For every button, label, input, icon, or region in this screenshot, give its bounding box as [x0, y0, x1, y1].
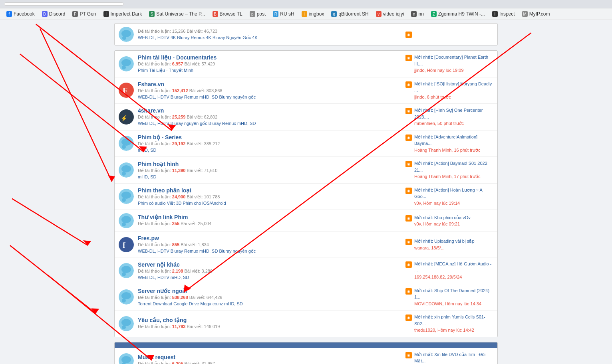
rss-icon-servernuoc: ◉ — [405, 288, 412, 295]
bookmark-imgbox[interactable]: iimgbox — [298, 10, 328, 18]
tag-webdl4k[interactable]: WEB-DL, HDTV 4K — [138, 35, 176, 40]
forum-stats-servernoi: Đề tài thảo luận: 2,198 Bài viết: 3,280 — [138, 269, 401, 274]
bookmark-nn[interactable]: nnn — [408, 10, 427, 18]
forum-stats-music_request: Đề tài thảo luận: 6,205 Bài viết: 31,957 — [138, 361, 401, 364]
bookmark-browse[interactable]: BBrowse TL — [209, 10, 246, 18]
forum-latest-4share: ◉ Mới nhất: [Hình Sự] One Percenter 2023… — [405, 107, 493, 127]
tag-fshare[interactable]: Bluray nguyên gốc — [219, 95, 256, 100]
bookmark-icon-browse: B — [213, 11, 218, 17]
bookmark-post[interactable]: ppost — [246, 10, 269, 18]
tag-4share[interactable]: WEB-DL, HDTV — [138, 121, 169, 126]
latest-link-yeucau[interactable]: Mới nhất: xin phim Yumis Cells S01-S02..… — [414, 315, 485, 326]
bookmark-discord[interactable]: DDiscord — [39, 10, 69, 18]
tag-fshare[interactable]: Bluray Remux — [171, 95, 198, 100]
bookmark-label-inspect: Inspect — [499, 11, 515, 17]
forum-latest-music_request: ◉ Mới nhất: Xin file DVD của Tim - Đôi M… — [405, 351, 493, 364]
svg-point-35 — [122, 222, 126, 226]
latest-link-fshare[interactable]: Mới nhất: [ISO|History] Noryang Deadly .… — [414, 81, 492, 93]
forum-title-fres[interactable]: Fres.pw — [138, 235, 401, 241]
tag-phanloai[interactable]: Phim cho iOS/Android — [183, 201, 226, 206]
latest-link-thuvien[interactable]: Mới nhất: Kho phim của vOv — [414, 215, 471, 220]
latest-user-thuvien: v0v, Hôm nay lúc 09:21 — [414, 222, 460, 226]
forum-title-servernoi[interactable]: Server nội khác — [138, 261, 401, 268]
forum-title-4share[interactable]: 4share.vn — [138, 107, 401, 114]
latest-link-documentaries[interactable]: Mới nhất: [Documentary] Planet Earth III… — [414, 55, 488, 66]
svg-point-25 — [121, 138, 131, 146]
tag-fshare[interactable]: WEB-DL, HDTV — [138, 95, 169, 100]
tag-servernuoc[interactable]: mHD, SD — [224, 301, 242, 306]
latest-link-fres[interactable]: Mới nhất: Uploading vài bị sắp — [414, 239, 475, 243]
forum-tags-series: mHD, SD — [138, 148, 401, 152]
tag-phanloai[interactable]: 3D — [176, 201, 181, 206]
bookmark-fb[interactable]: fFacebook — [3, 10, 38, 18]
bookmark-icon-imgbox: i — [302, 11, 307, 17]
tag-4share[interactable]: Bluray nguyên gốc — [171, 121, 207, 126]
bookmark-myip[interactable]: MMyIP.com — [519, 10, 553, 18]
tag-hoathinh[interactable]: mHD, SD — [138, 174, 156, 179]
tag-documentaries[interactable]: Phim Tài Liệu - Thuyết Minh — [138, 68, 193, 73]
latest-link-servernuoc[interactable]: Mới nhất: Ship Of The Damned (2024) 1... — [414, 288, 489, 300]
forum-title-servernuoc[interactable]: Server nước ngoài — [138, 288, 401, 294]
forum-stats-servernuoc: Đề tài thảo luận: 538,268 Bài viết: 644,… — [138, 295, 401, 300]
tag-servernuoc[interactable]: Google Drive — [173, 301, 199, 306]
forum-title-thuvien[interactable]: Thư viện link Phim — [138, 214, 401, 220]
forum-icon-documentaries — [119, 56, 134, 71]
rss-icon-yeucau: ◉ — [405, 315, 412, 321]
forum-stats-series: Đề tài thảo luận: 29,192 Bài viết: 385,2… — [138, 141, 401, 146]
forum-title-documentaries[interactable]: Phim tài liệu - Documentaries — [138, 54, 401, 61]
tag-fres[interactable]: Bluray Remux — [171, 249, 198, 254]
bookmark-zgemma[interactable]: ZZgemma H9 TWIN -... — [428, 10, 488, 18]
rss-icon-hoathinh: ◉ — [405, 161, 412, 167]
tag-fshare[interactable]: mHD, SD — [199, 95, 218, 100]
forum-info-partial: Đề tài thảo luận: 15,266 Bài viết: 46,72… — [138, 29, 401, 40]
forum-icon-thuvien — [119, 213, 134, 228]
svg-point-28 — [121, 165, 131, 172]
bookmark-sat[interactable]: SSat Universe – The P... — [146, 10, 208, 18]
forum-title-fshare[interactable]: Fshare.vn — [138, 81, 401, 87]
forum-title-yeucau[interactable]: Yêu cầu, cho tặng — [138, 317, 401, 323]
svg-line-10 — [10, 245, 96, 314]
tag-servernoi[interactable]: mHD, SD — [171, 275, 189, 280]
tag-phanloai[interactable]: Phim có audio Việt — [138, 201, 175, 206]
latest-link-phanloai[interactable]: Mới nhất: [Action] Hoàn Lương ~ A Goo... — [414, 188, 482, 199]
bookmark-label-video: video iqiyi — [383, 11, 404, 17]
tag-servernoi[interactable]: WEB-DL, HDTV — [138, 275, 169, 280]
latest-link-4share[interactable]: Mới nhất: [Hình Sự] One Percenter 2023..… — [414, 108, 483, 119]
bookmark-imperfect[interactable]: IImperfect Dark — [100, 10, 145, 18]
latest-link-series[interactable]: Mới nhất: [Adventure|Animation] Bayma... — [414, 135, 477, 146]
bookmark-qbit[interactable]: qqBittorrent SH — [328, 10, 372, 18]
latest-link-music_request[interactable]: Mới nhất: Xin file DVD của Tim - Đôi Mắt… — [414, 352, 485, 364]
bookmark-pt[interactable]: PPT Gen — [69, 10, 99, 18]
tag-bluray4k[interactable]: Bluray Remux 4K — [177, 35, 211, 40]
svg-point-40 — [122, 272, 126, 276]
forum-row-partial: Đề tài thảo luận: 15,266 Bài viết: 46,72… — [115, 24, 497, 45]
forum-info-phanloai: Phim theo phân loại Đề tài thảo luận: 24… — [138, 187, 401, 206]
tag-servernuoc[interactable]: Mega.co.nz — [200, 301, 223, 306]
address-bar[interactable] — [4, 2, 124, 6]
tag-fres[interactable]: mHD, SD — [199, 249, 218, 254]
tag-series[interactable]: mHD, SD — [138, 148, 156, 152]
forum-title-series[interactable]: Phim bộ - Series — [138, 134, 401, 140]
latest-link-servernoi[interactable]: Mới nhất: [MEGA.nz] Hồ Gươm Audio - ... — [414, 261, 491, 273]
bookmark-inspect[interactable]: IInspect — [489, 10, 518, 18]
tag-servernuoc[interactable]: Torrent Download — [138, 301, 172, 306]
tag-fres[interactable]: Bluray nguyên gốc — [219, 249, 256, 254]
bookmark-ru[interactable]: RRU sH — [270, 10, 297, 18]
forum-icon-fres: f — [119, 237, 134, 252]
latest-user-fres: wanara, 18/5/... — [414, 245, 445, 250]
bookmark-icon-zgemma: Z — [431, 11, 437, 17]
forum-title-phanloai[interactable]: Phim theo phân loại — [138, 187, 401, 194]
music-section: Music request Đề tài thảo luận: 6,205 Bà… — [114, 342, 498, 364]
latest-text-servernuoc: Mới nhất: Ship Of The Damned (2024) 1...… — [414, 287, 493, 307]
forum-stats-yeucau: Đề tài thảo luận: 11,793 Bài viết: 146,0… — [138, 324, 401, 329]
rss-icon-fres: ◉ — [405, 239, 412, 245]
tag-bluraynguyen4k[interactable]: Bluray Nguyên Gốc 4K — [213, 35, 258, 40]
tag-4share[interactable]: mHD, SD — [237, 121, 256, 126]
tag-4share[interactable]: Bluray Remux — [209, 121, 236, 126]
forum-title-music_request[interactable]: Music request — [138, 354, 401, 360]
tag-fres[interactable]: WEB-DL, HDTV — [138, 249, 169, 254]
forum-title-hoathinh[interactable]: Phim hoạt hình — [138, 161, 401, 167]
forum-row-servernuoc: Server nước ngoài Đề tài thảo luận: 538,… — [115, 284, 497, 311]
bookmark-video[interactable]: vvideo iqiyi — [373, 10, 407, 18]
latest-link-hoathinh[interactable]: Mới nhất: [Action] Baymax! S01 2022 21..… — [414, 161, 487, 172]
